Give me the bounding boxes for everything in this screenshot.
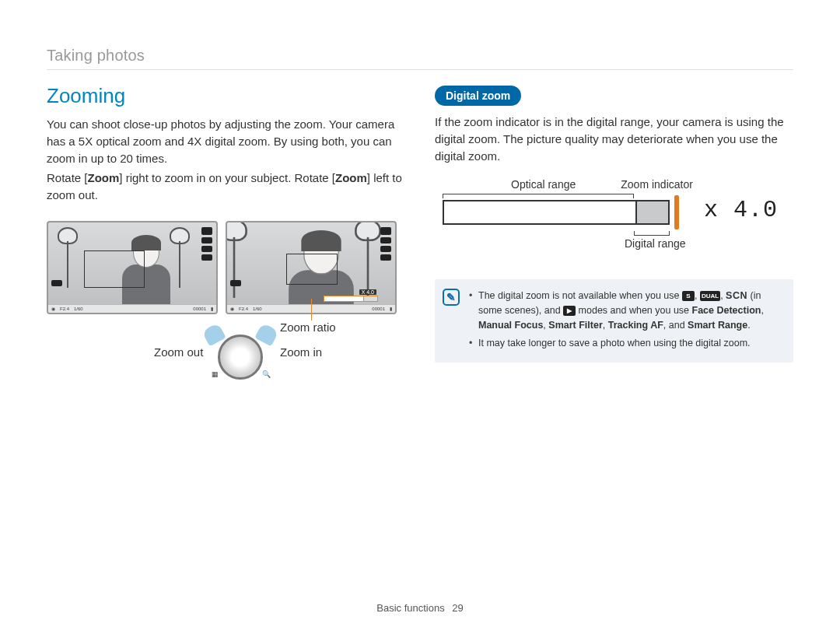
face-detection-bold: Face Detection xyxy=(692,305,761,316)
stabilizer-icon xyxy=(230,280,241,286)
zooming-instruction-text: Rotate [Zoom] right to zoom in on your s… xyxy=(47,170,405,204)
section-title-zooming: Zooming xyxy=(47,84,405,108)
zoom-bold-2: Zoom xyxy=(335,171,367,184)
zoom-ratio-label: Zoom ratio xyxy=(280,321,336,334)
lcd-preview-wide: ◉ F2.4 1/60 00001 ▮ xyxy=(47,221,218,314)
footer-section: Basic functions xyxy=(376,602,444,614)
dial-side-icons: ▦ 🔍 xyxy=(212,370,271,378)
text-fragment: modes and when you use xyxy=(579,305,692,316)
digital-bracket xyxy=(634,231,670,236)
battery-icon: ▮ xyxy=(390,306,392,311)
digital-zoom-text: If the zoom indicator is in the digital … xyxy=(435,114,793,164)
text-fragment: . xyxy=(747,320,750,331)
callout-line xyxy=(311,299,312,321)
manual-focus-bold: Manual Focus xyxy=(478,320,543,331)
aperture-readout: F2.4 xyxy=(60,306,69,311)
zoom-bold-1: Zoom xyxy=(88,171,120,184)
flash-icon xyxy=(380,254,391,261)
page-number: 29 xyxy=(452,602,463,614)
magnify-icon: 🔍 xyxy=(262,370,271,378)
text-fragment: The digital zoom is not available when y… xyxy=(478,290,682,301)
shutter-readout: 1/60 xyxy=(253,306,262,311)
zoom-indicator-marker xyxy=(674,195,679,229)
movie-mode-icon: ▶ xyxy=(563,306,576,316)
lcd-right-icons xyxy=(201,227,213,261)
digital-range-label: Digital range xyxy=(625,237,686,250)
dual-mode-icon: DUAL xyxy=(700,291,720,301)
shot-counter: 00001 xyxy=(193,306,206,311)
tracking-af-bold: Tracking AF xyxy=(608,320,663,331)
smart-range-bold: Smart Range xyxy=(688,320,747,331)
stabilizer-icon xyxy=(51,280,62,286)
resolution-icon xyxy=(201,227,212,235)
optical-range-label: Optical range xyxy=(511,178,576,191)
zoom-range-bar xyxy=(443,200,670,225)
right-column: Digital zoom If the zoom indicator is in… xyxy=(435,84,793,406)
text-fragment: , xyxy=(761,305,763,316)
thumbnail-icon: ▦ xyxy=(212,370,219,378)
optical-segment xyxy=(444,201,635,223)
smart-mode-icon: S xyxy=(682,291,695,301)
quality-icon xyxy=(380,237,391,243)
text-fragment: , and xyxy=(663,320,688,331)
zoom-x-badge: X 4.0 xyxy=(359,289,376,295)
streetlamp-icon xyxy=(56,227,79,282)
scn-mode-label: SCN xyxy=(726,290,747,301)
lcd-previews: ◉ F2.4 1/60 00001 ▮ xyxy=(47,221,405,314)
quality-icon xyxy=(201,237,212,243)
note-bullet-1: The digital zoom is not available when y… xyxy=(469,289,782,332)
mode-icon: ◉ xyxy=(51,306,55,311)
text-fragment: , xyxy=(603,320,608,331)
battery-icon: ▮ xyxy=(211,306,213,311)
note-bullet-2: It may take longer to save a photo when … xyxy=(469,336,782,351)
aperture-readout: F2.4 xyxy=(239,306,248,311)
zoom-dial-diagram: Zoom ratio Zoom out Zoom in ▦ 🔍 xyxy=(47,321,405,406)
zoom-out-label: Zoom out xyxy=(154,345,203,359)
digital-segment xyxy=(635,201,668,223)
note-icon: ✎ xyxy=(443,289,460,306)
shutter-readout: 1/60 xyxy=(74,306,83,311)
flash-icon xyxy=(201,254,212,261)
zoom-in-label: Zoom in xyxy=(280,345,322,359)
shot-counter: 00001 xyxy=(372,306,385,311)
left-column: Zooming You can shoot close-up photos by… xyxy=(47,84,405,406)
zoom-indicator-label: Zoom indicator xyxy=(621,178,693,191)
zoom-bar-icon xyxy=(324,296,378,302)
optical-bracket xyxy=(443,194,634,198)
resolution-icon xyxy=(380,227,391,235)
digital-zoom-heading-pill: Digital zoom xyxy=(435,86,521,106)
text-fragment: Rotate [ xyxy=(47,171,88,184)
mode-icon: ◉ xyxy=(230,306,234,311)
breadcrumb: Taking photos xyxy=(47,47,793,70)
zoom-multiplier-value: 4.0 xyxy=(733,197,778,223)
zoom-multiplier-readout: x 4.0 xyxy=(704,197,778,223)
smart-filter-bold: Smart Filter xyxy=(548,320,602,331)
zoom-range-diagram: Optical range Zoom indicator x 4.0 Digit… xyxy=(435,178,793,264)
lcd-status-bar: ◉ F2.4 1/60 00001 ▮ xyxy=(48,304,216,313)
note-box: ✎ The digital zoom is not available when… xyxy=(435,279,793,363)
focus-frame-icon xyxy=(84,250,145,288)
text-fragment: ] right to zoom in on your subject. Rota… xyxy=(119,171,335,184)
metering-icon xyxy=(201,246,212,252)
focus-frame-icon xyxy=(286,254,338,285)
lcd-right-icons xyxy=(380,227,392,261)
zooming-intro-text: You can shoot close-up photos by adjusti… xyxy=(47,116,405,166)
page-footer: Basic functions 29 xyxy=(0,602,840,614)
metering-icon xyxy=(380,246,391,252)
